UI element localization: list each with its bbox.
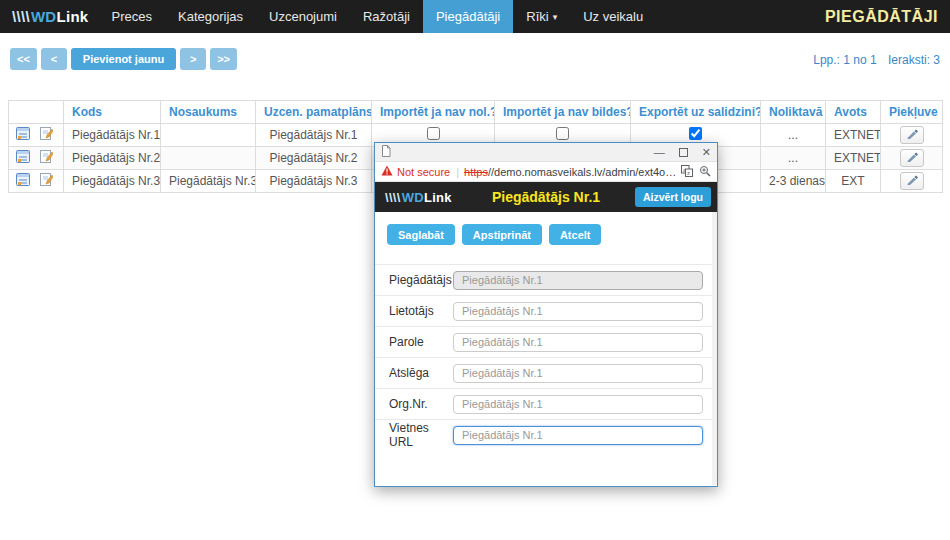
app-logo[interactable]: \\\\WDLink xyxy=(0,0,99,33)
address-bar[interactable]: Not secure | https //demo.nomasveikals.l… xyxy=(375,162,717,182)
page-counter: Lpp.: 1 no 1 xyxy=(813,53,876,67)
org-nr-field[interactable] xyxy=(453,395,703,414)
url-text: //demo.nomasveikals.lv/admin/ext4oc/myEd… xyxy=(488,166,678,178)
site-url-field[interactable] xyxy=(453,426,703,445)
first-page-button[interactable]: << xyxy=(10,48,37,70)
field-label: Atslēga xyxy=(389,366,453,380)
zoom-icon[interactable] xyxy=(699,165,711,179)
url-scheme: https xyxy=(464,166,488,178)
nav-item-razotaji[interactable]: Ražotāji xyxy=(350,0,423,33)
import-nol-checkbox[interactable] xyxy=(427,127,440,140)
maximize-icon[interactable] xyxy=(679,148,688,157)
view-details-icon[interactable] xyxy=(16,127,30,143)
import-bildes-checkbox[interactable] xyxy=(556,127,569,140)
form-row: Piegādātājs xyxy=(375,264,717,295)
supplier-field xyxy=(453,271,703,290)
nav-item-preces[interactable]: Preces xyxy=(99,0,165,33)
edit-popup-window: — ✕ Not secure | https //demo.nomasveika… xyxy=(374,142,718,487)
cancel-button[interactable]: Atcelt xyxy=(549,224,602,245)
nav-item-kategorijas[interactable]: Kategorijas xyxy=(165,0,256,33)
cell-kods: Piegādātājs Nr.2 xyxy=(64,147,161,170)
cell-avots: EXT xyxy=(826,170,881,193)
edit-icon[interactable] xyxy=(39,127,53,143)
col-header-export: Exportēt uz salidzini? xyxy=(631,101,761,124)
access-pencil-icon xyxy=(906,150,918,162)
cell-uzcen: Piegādātājs Nr.3 xyxy=(256,170,372,193)
top-navbar: \\\\WDLink Preces Kategorijas Uzcenojumi… xyxy=(0,0,950,33)
form-row: Vietnes URL xyxy=(375,419,717,450)
supplier-form: Piegādātājs Lietotājs Parole Atslēga Org… xyxy=(375,264,717,450)
col-header-piekluve: Piekļuve xyxy=(881,101,943,124)
warning-icon xyxy=(381,165,393,178)
col-header-avots: Avots xyxy=(826,101,881,124)
cell-noliktava: ... xyxy=(761,147,826,170)
key-field[interactable] xyxy=(453,364,703,383)
field-label: Parole xyxy=(389,335,453,349)
popup-titlebar[interactable]: — ✕ xyxy=(375,143,717,162)
popup-body: Saglabāt Apstiprināt Atcelt Piegādātājs … xyxy=(375,212,717,485)
cell-uzcen: Piegādātājs Nr.1 xyxy=(256,124,372,147)
edit-icon[interactable] xyxy=(39,173,53,189)
popup-logo: \\\\WDLink xyxy=(381,190,456,205)
cell-nosaukums xyxy=(161,124,256,147)
logo-slashes-icon: \\\\ xyxy=(385,190,401,205)
col-header-nosaukums: Nosaukums xyxy=(161,101,256,124)
view-details-icon[interactable] xyxy=(16,150,30,166)
field-label: Lietotājs xyxy=(389,304,453,318)
not-secure-label: Not secure xyxy=(397,166,450,178)
records-counter: Ieraksti: 3 xyxy=(888,53,940,67)
cell-avots: EXTNET xyxy=(826,124,881,147)
translate-icon[interactable]: az xyxy=(681,165,693,179)
logo-slashes-icon: \\\\ xyxy=(12,8,30,25)
cell-avots: EXTNET xyxy=(826,147,881,170)
nav-item-riki[interactable]: Rīki ▾ xyxy=(513,0,570,33)
field-label: Vietnes URL xyxy=(389,421,453,449)
cell-nosaukums: Piegādātājs Nr.3 xyxy=(161,170,256,193)
col-header-imp-nol: Importēt ja nav nol.? xyxy=(372,101,495,124)
add-new-button[interactable]: Pievienot jaunu xyxy=(71,48,176,70)
cell-kods: Piegādātājs Nr.1 xyxy=(64,124,161,147)
cell-kods: Piegādātājs Nr.3 xyxy=(64,170,161,193)
edit-icon[interactable] xyxy=(39,150,53,166)
minimize-icon[interactable]: — xyxy=(654,147,665,157)
prev-page-button[interactable]: < xyxy=(41,48,67,70)
access-button[interactable] xyxy=(900,172,924,190)
form-row: Org.Nr. xyxy=(375,388,717,419)
cell-nosaukums xyxy=(161,147,256,170)
col-header-noliktava: Noliktavā xyxy=(761,101,826,124)
nav-item-uzcenojumi[interactable]: Uzcenojumi xyxy=(256,0,350,33)
col-header-uzcen: Uzcen. pamatplāns xyxy=(256,101,372,124)
document-icon xyxy=(381,143,391,161)
close-icon[interactable]: ✕ xyxy=(702,147,711,157)
access-button[interactable] xyxy=(900,126,924,144)
chevron-down-icon: ▾ xyxy=(553,12,558,22)
access-button[interactable] xyxy=(900,149,924,167)
svg-text:z: z xyxy=(687,170,690,176)
close-window-button[interactable]: Aizvērt logu xyxy=(635,187,711,207)
popup-scrollbar[interactable] xyxy=(712,212,717,485)
page-title: PIEGĀDĀTĀJI xyxy=(825,0,938,33)
cell-noliktava: 2-3 dienas xyxy=(761,170,826,193)
form-row: Atslēga xyxy=(375,357,717,388)
save-button[interactable]: Saglabāt xyxy=(387,224,455,245)
nav-item-piegadataji[interactable]: Piegādātāji xyxy=(423,0,513,33)
table-header-row: Kods Nosaukums Uzcen. pamatplāns Importē… xyxy=(9,101,943,124)
confirm-button[interactable]: Apstiprināt xyxy=(462,224,542,245)
export-checkbox[interactable] xyxy=(689,127,702,140)
nav-item-uz-veikalu[interactable]: Uz veikalu xyxy=(570,0,656,33)
pager-toolbar: << < Pievienot jaunu > >> xyxy=(10,48,237,70)
access-pencil-icon xyxy=(906,127,918,139)
cell-uzcen: Piegādātājs Nr.2 xyxy=(256,147,372,170)
field-label: Piegādātājs xyxy=(389,273,453,287)
page-info: Lpp.: 1 no 1 Ieraksti: 3 xyxy=(805,53,940,67)
popup-header: \\\\WDLink Piegādātājs Nr.1 Aizvērt logu xyxy=(375,182,717,212)
form-row: Parole xyxy=(375,326,717,357)
user-field[interactable] xyxy=(453,302,703,321)
password-field[interactable] xyxy=(453,333,703,352)
next-page-button[interactable]: > xyxy=(180,48,206,70)
last-page-button[interactable]: >> xyxy=(210,48,237,70)
col-header-imp-bildes: Importēt ja nav bildes? xyxy=(495,101,631,124)
form-row: Lietotājs xyxy=(375,295,717,326)
view-details-icon[interactable] xyxy=(16,173,30,189)
col-header-kods: Kods xyxy=(64,101,161,124)
